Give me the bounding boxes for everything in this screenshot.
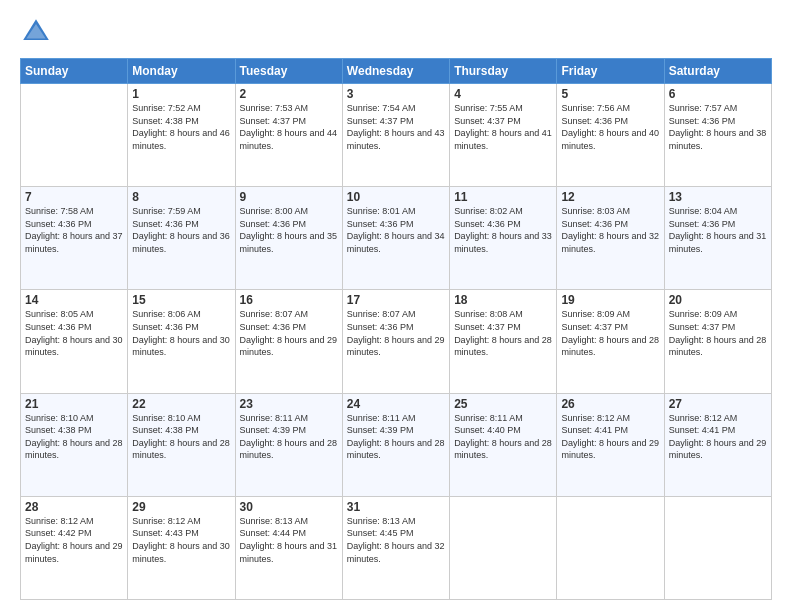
calendar-cell: 30Sunrise: 8:13 AMSunset: 4:44 PMDayligh…	[235, 496, 342, 599]
col-header-friday: Friday	[557, 59, 664, 84]
day-info: Sunrise: 8:02 AMSunset: 4:36 PMDaylight:…	[454, 205, 552, 255]
calendar-week-3: 14Sunrise: 8:05 AMSunset: 4:36 PMDayligh…	[21, 290, 772, 393]
day-info: Sunrise: 8:12 AMSunset: 4:42 PMDaylight:…	[25, 515, 123, 565]
day-number: 20	[669, 293, 767, 307]
day-number: 2	[240, 87, 338, 101]
calendar-cell	[664, 496, 771, 599]
day-info: Sunrise: 8:01 AMSunset: 4:36 PMDaylight:…	[347, 205, 445, 255]
day-number: 7	[25, 190, 123, 204]
calendar-cell: 22Sunrise: 8:10 AMSunset: 4:38 PMDayligh…	[128, 393, 235, 496]
calendar-cell	[450, 496, 557, 599]
day-info: Sunrise: 8:11 AMSunset: 4:39 PMDaylight:…	[347, 412, 445, 462]
day-number: 13	[669, 190, 767, 204]
day-number: 21	[25, 397, 123, 411]
day-info: Sunrise: 8:12 AMSunset: 4:41 PMDaylight:…	[561, 412, 659, 462]
day-info: Sunrise: 8:11 AMSunset: 4:39 PMDaylight:…	[240, 412, 338, 462]
day-number: 4	[454, 87, 552, 101]
day-info: Sunrise: 7:55 AMSunset: 4:37 PMDaylight:…	[454, 102, 552, 152]
col-header-monday: Monday	[128, 59, 235, 84]
day-number: 14	[25, 293, 123, 307]
col-header-wednesday: Wednesday	[342, 59, 449, 84]
calendar-cell: 23Sunrise: 8:11 AMSunset: 4:39 PMDayligh…	[235, 393, 342, 496]
day-info: Sunrise: 8:09 AMSunset: 4:37 PMDaylight:…	[561, 308, 659, 358]
calendar-cell: 19Sunrise: 8:09 AMSunset: 4:37 PMDayligh…	[557, 290, 664, 393]
day-info: Sunrise: 8:08 AMSunset: 4:37 PMDaylight:…	[454, 308, 552, 358]
day-info: Sunrise: 8:07 AMSunset: 4:36 PMDaylight:…	[240, 308, 338, 358]
day-number: 29	[132, 500, 230, 514]
calendar-cell: 31Sunrise: 8:13 AMSunset: 4:45 PMDayligh…	[342, 496, 449, 599]
day-info: Sunrise: 7:54 AMSunset: 4:37 PMDaylight:…	[347, 102, 445, 152]
col-header-thursday: Thursday	[450, 59, 557, 84]
day-number: 25	[454, 397, 552, 411]
day-info: Sunrise: 8:04 AMSunset: 4:36 PMDaylight:…	[669, 205, 767, 255]
day-info: Sunrise: 7:53 AMSunset: 4:37 PMDaylight:…	[240, 102, 338, 152]
day-number: 18	[454, 293, 552, 307]
calendar-cell: 26Sunrise: 8:12 AMSunset: 4:41 PMDayligh…	[557, 393, 664, 496]
day-info: Sunrise: 8:13 AMSunset: 4:44 PMDaylight:…	[240, 515, 338, 565]
day-info: Sunrise: 8:05 AMSunset: 4:36 PMDaylight:…	[25, 308, 123, 358]
day-number: 9	[240, 190, 338, 204]
calendar-cell: 11Sunrise: 8:02 AMSunset: 4:36 PMDayligh…	[450, 187, 557, 290]
day-info: Sunrise: 8:10 AMSunset: 4:38 PMDaylight:…	[25, 412, 123, 462]
logo	[20, 16, 56, 48]
calendar-cell: 21Sunrise: 8:10 AMSunset: 4:38 PMDayligh…	[21, 393, 128, 496]
calendar-cell: 5Sunrise: 7:56 AMSunset: 4:36 PMDaylight…	[557, 84, 664, 187]
day-number: 17	[347, 293, 445, 307]
calendar-header-row: SundayMondayTuesdayWednesdayThursdayFrid…	[21, 59, 772, 84]
col-header-tuesday: Tuesday	[235, 59, 342, 84]
day-info: Sunrise: 8:11 AMSunset: 4:40 PMDaylight:…	[454, 412, 552, 462]
calendar-cell: 24Sunrise: 8:11 AMSunset: 4:39 PMDayligh…	[342, 393, 449, 496]
calendar-cell: 29Sunrise: 8:12 AMSunset: 4:43 PMDayligh…	[128, 496, 235, 599]
day-number: 23	[240, 397, 338, 411]
calendar-cell: 13Sunrise: 8:04 AMSunset: 4:36 PMDayligh…	[664, 187, 771, 290]
day-number: 24	[347, 397, 445, 411]
col-header-saturday: Saturday	[664, 59, 771, 84]
day-info: Sunrise: 7:52 AMSunset: 4:38 PMDaylight:…	[132, 102, 230, 152]
calendar-cell: 27Sunrise: 8:12 AMSunset: 4:41 PMDayligh…	[664, 393, 771, 496]
day-info: Sunrise: 7:58 AMSunset: 4:36 PMDaylight:…	[25, 205, 123, 255]
day-number: 22	[132, 397, 230, 411]
day-info: Sunrise: 7:59 AMSunset: 4:36 PMDaylight:…	[132, 205, 230, 255]
day-number: 16	[240, 293, 338, 307]
calendar-cell: 4Sunrise: 7:55 AMSunset: 4:37 PMDaylight…	[450, 84, 557, 187]
day-number: 1	[132, 87, 230, 101]
calendar-week-5: 28Sunrise: 8:12 AMSunset: 4:42 PMDayligh…	[21, 496, 772, 599]
calendar-cell: 17Sunrise: 8:07 AMSunset: 4:36 PMDayligh…	[342, 290, 449, 393]
calendar-cell: 25Sunrise: 8:11 AMSunset: 4:40 PMDayligh…	[450, 393, 557, 496]
day-info: Sunrise: 8:10 AMSunset: 4:38 PMDaylight:…	[132, 412, 230, 462]
day-info: Sunrise: 8:09 AMSunset: 4:37 PMDaylight:…	[669, 308, 767, 358]
calendar-cell: 6Sunrise: 7:57 AMSunset: 4:36 PMDaylight…	[664, 84, 771, 187]
day-info: Sunrise: 8:00 AMSunset: 4:36 PMDaylight:…	[240, 205, 338, 255]
calendar-cell: 18Sunrise: 8:08 AMSunset: 4:37 PMDayligh…	[450, 290, 557, 393]
day-info: Sunrise: 8:07 AMSunset: 4:36 PMDaylight:…	[347, 308, 445, 358]
calendar-cell: 12Sunrise: 8:03 AMSunset: 4:36 PMDayligh…	[557, 187, 664, 290]
day-number: 30	[240, 500, 338, 514]
day-number: 27	[669, 397, 767, 411]
day-info: Sunrise: 8:12 AMSunset: 4:43 PMDaylight:…	[132, 515, 230, 565]
calendar-cell: 10Sunrise: 8:01 AMSunset: 4:36 PMDayligh…	[342, 187, 449, 290]
calendar-table: SundayMondayTuesdayWednesdayThursdayFrid…	[20, 58, 772, 600]
calendar-week-2: 7Sunrise: 7:58 AMSunset: 4:36 PMDaylight…	[21, 187, 772, 290]
calendar-week-1: 1Sunrise: 7:52 AMSunset: 4:38 PMDaylight…	[21, 84, 772, 187]
logo-icon	[20, 16, 52, 48]
calendar-cell: 28Sunrise: 8:12 AMSunset: 4:42 PMDayligh…	[21, 496, 128, 599]
day-info: Sunrise: 8:06 AMSunset: 4:36 PMDaylight:…	[132, 308, 230, 358]
calendar-cell: 16Sunrise: 8:07 AMSunset: 4:36 PMDayligh…	[235, 290, 342, 393]
day-number: 31	[347, 500, 445, 514]
calendar-cell: 20Sunrise: 8:09 AMSunset: 4:37 PMDayligh…	[664, 290, 771, 393]
day-info: Sunrise: 8:13 AMSunset: 4:45 PMDaylight:…	[347, 515, 445, 565]
day-info: Sunrise: 8:03 AMSunset: 4:36 PMDaylight:…	[561, 205, 659, 255]
day-number: 6	[669, 87, 767, 101]
calendar-cell: 1Sunrise: 7:52 AMSunset: 4:38 PMDaylight…	[128, 84, 235, 187]
calendar-cell: 14Sunrise: 8:05 AMSunset: 4:36 PMDayligh…	[21, 290, 128, 393]
calendar-cell	[21, 84, 128, 187]
day-number: 15	[132, 293, 230, 307]
calendar-cell: 2Sunrise: 7:53 AMSunset: 4:37 PMDaylight…	[235, 84, 342, 187]
calendar-cell: 7Sunrise: 7:58 AMSunset: 4:36 PMDaylight…	[21, 187, 128, 290]
calendar-cell	[557, 496, 664, 599]
calendar-cell: 9Sunrise: 8:00 AMSunset: 4:36 PMDaylight…	[235, 187, 342, 290]
day-number: 12	[561, 190, 659, 204]
day-number: 10	[347, 190, 445, 204]
day-number: 26	[561, 397, 659, 411]
page: SundayMondayTuesdayWednesdayThursdayFrid…	[0, 0, 792, 612]
